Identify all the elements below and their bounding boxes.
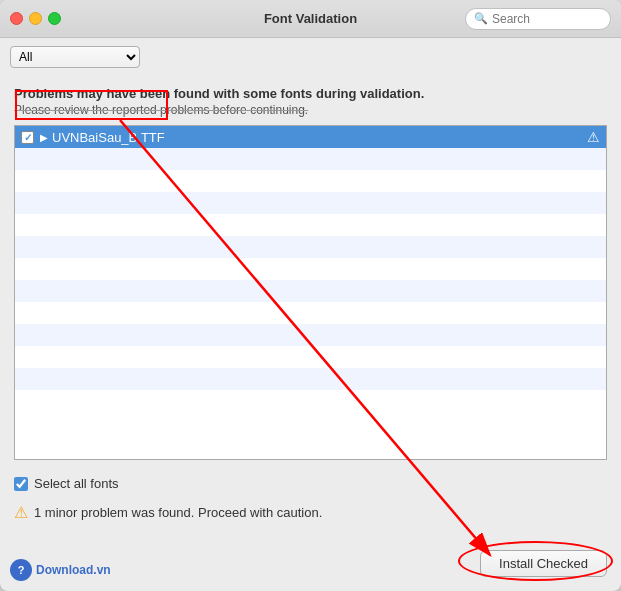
status-bar: ⚠ 1 minor problem was found. Proceed wit… [14, 499, 607, 532]
table-row-empty-4 [15, 214, 606, 236]
select-all-text: Select all fonts [34, 476, 119, 491]
font-name-label: UVNBaiSau_B.TTF [52, 130, 587, 145]
minimize-button[interactable] [29, 12, 42, 25]
expand-arrow-icon: ▶ [40, 132, 48, 143]
table-row-empty-5 [15, 236, 606, 258]
row-checkbox[interactable]: ✓ [21, 131, 34, 144]
table-row-empty-8 [15, 302, 606, 324]
bottom-controls: Select all fonts [14, 470, 607, 499]
maximize-button[interactable] [48, 12, 61, 25]
filter-dropdown[interactable]: All Errors Warnings Valid [10, 46, 140, 68]
warning-icon: ⚠ [587, 129, 600, 145]
status-warning-icon: ⚠ [14, 503, 28, 522]
search-field[interactable]: 🔍 [465, 8, 611, 30]
watermark-badge-text: ? [18, 564, 25, 576]
watermark-text: Download.vn [36, 563, 111, 577]
table-row-empty-12 [15, 390, 606, 412]
toolbar: All Errors Warnings Valid [0, 38, 621, 76]
table-row-empty-1 [15, 148, 606, 170]
font-list[interactable]: ✓ ▶ UVNBaiSau_B.TTF ⚠ [14, 125, 607, 460]
select-all-label[interactable]: Select all fonts [14, 476, 119, 491]
problems-subtext: Please review the reported problems befo… [14, 103, 607, 117]
window-title: Font Validation [264, 11, 357, 26]
table-row-empty-3 [15, 192, 606, 214]
filter-dropdown-wrapper[interactable]: All Errors Warnings Valid [10, 46, 140, 68]
checkmark-icon: ✓ [24, 132, 32, 143]
table-row-empty-10 [15, 346, 606, 368]
close-button[interactable] [10, 12, 23, 25]
watermark-text-red: Download [36, 563, 93, 577]
install-checked-button[interactable]: Install Checked [480, 550, 607, 577]
select-all-checkbox[interactable] [14, 477, 28, 491]
watermark-badge: ? [10, 559, 32, 581]
main-content: Problems may have been found with some f… [0, 76, 621, 542]
titlebar: Font Validation 🔍 [0, 0, 621, 38]
table-row[interactable]: ✓ ▶ UVNBaiSau_B.TTF ⚠ [15, 126, 606, 148]
table-row-empty-2 [15, 170, 606, 192]
watermark-text-blue: .vn [93, 563, 110, 577]
main-window: Font Validation 🔍 All Errors Warnings Va… [0, 0, 621, 591]
table-row-empty-7 [15, 280, 606, 302]
problems-header: Problems may have been found with some f… [14, 86, 607, 101]
search-icon: 🔍 [474, 12, 488, 25]
watermark: ? Download.vn [10, 559, 111, 581]
table-row-empty-9 [15, 324, 606, 346]
search-input[interactable] [492, 12, 602, 26]
table-row-empty-6 [15, 258, 606, 280]
traffic-lights [10, 12, 61, 25]
table-row-empty-11 [15, 368, 606, 390]
status-text: 1 minor problem was found. Proceed with … [34, 505, 322, 520]
